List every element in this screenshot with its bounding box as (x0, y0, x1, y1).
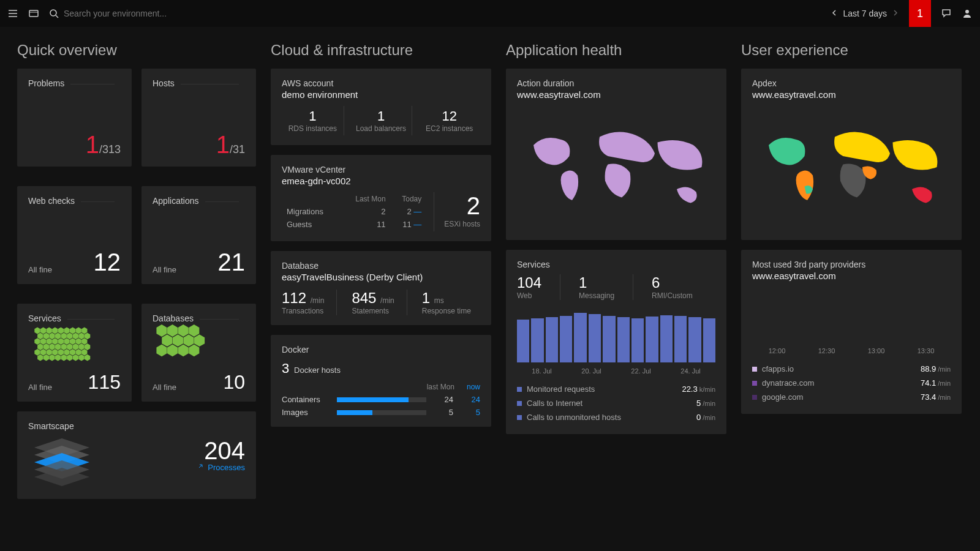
user-exp-section: User experience Apdex www.easytravel.com… (741, 42, 962, 509)
world-map-colored (752, 106, 951, 228)
services-bar-chart (517, 307, 715, 362)
svg-point-1 (50, 10, 56, 16)
section-title-ux: User experience (741, 42, 962, 59)
world-map (517, 106, 715, 228)
legend-row: google.com73.4/min (752, 390, 951, 404)
app-health-section: Application health Action duration www.e… (506, 42, 726, 509)
search-input[interactable] (64, 9, 247, 18)
user-icon[interactable] (962, 8, 973, 19)
tile-action-duration[interactable]: Action duration www.easytravel.com (506, 69, 726, 240)
tile-vmware[interactable]: VMware vCenter emea-gdn-vc002 Last MonTo… (271, 155, 491, 241)
thirdparty-stacked-chart (752, 287, 951, 342)
tile-thirdparty[interactable]: Most used 3rd party providers www.easytr… (741, 250, 962, 414)
tile-services[interactable]: Services All fine 115 (17, 304, 132, 402)
topbar: Last 7 days 1 (0, 0, 980, 27)
tile-services[interactable]: Services 104Web 1Messaging 6RMI/Custom 1… (506, 250, 726, 434)
cloud-infra-section: Cloud & infrastructure AWS account demo … (271, 42, 491, 509)
legend-row: cfapps.io88.9/min (752, 362, 951, 376)
layers-icon (28, 432, 96, 487)
quick-overview-section: Quick overview Problems 1/313 Hosts 1/31… (17, 42, 256, 509)
time-range-label: Last 7 days (843, 9, 887, 18)
tile-hosts[interactable]: Hosts 1/31 (141, 69, 256, 167)
legend-row: dynatrace.com74.1/min (752, 376, 951, 390)
chat-icon[interactable] (941, 8, 952, 19)
tile-problems[interactable]: Problems 1/313 (17, 69, 132, 167)
chevron-right-icon[interactable] (892, 9, 899, 18)
tile-apdex[interactable]: Apdex www.easytravel.com (741, 69, 962, 240)
section-title-health: Application health (506, 42, 726, 59)
search-icon[interactable] (49, 9, 59, 18)
menu-icon[interactable] (7, 8, 18, 19)
tile-databases[interactable]: Databases All fine 10 (141, 304, 256, 402)
legend-row: Calls to Internet5/min (517, 396, 715, 410)
dashboard-icon[interactable] (28, 8, 39, 19)
search (49, 9, 821, 18)
svg-rect-0 (29, 10, 38, 17)
link-icon (197, 463, 204, 472)
alert-badge[interactable]: 1 (909, 0, 931, 27)
honeycomb-icon (28, 324, 121, 372)
tile-database[interactable]: Database easyTravelBusiness (Derby Clien… (271, 251, 491, 325)
tile-aws[interactable]: AWS account demo environment 1RDS instan… (271, 69, 491, 145)
section-title-quick: Quick overview (17, 42, 256, 59)
legend-row: Monitored requests22.3k/min (517, 382, 715, 396)
svg-point-2 (965, 10, 969, 13)
tile-applications[interactable]: Applications All fine 21 (141, 186, 256, 284)
section-title-cloud: Cloud & infrastructure (271, 42, 491, 59)
legend-row: Calls to unmonitored hosts0/min (517, 410, 715, 424)
tile-webchecks[interactable]: Web checks All fine 12 (17, 186, 132, 284)
chevron-left-icon[interactable] (831, 9, 838, 18)
honeycomb-icon (153, 324, 245, 372)
tile-smartscape[interactable]: Smartscape 204 Processes (17, 411, 256, 499)
time-range-picker[interactable]: Last 7 days (831, 9, 899, 18)
tile-docker[interactable]: Docker 3 Docker hosts last Monnow Contai… (271, 335, 491, 427)
